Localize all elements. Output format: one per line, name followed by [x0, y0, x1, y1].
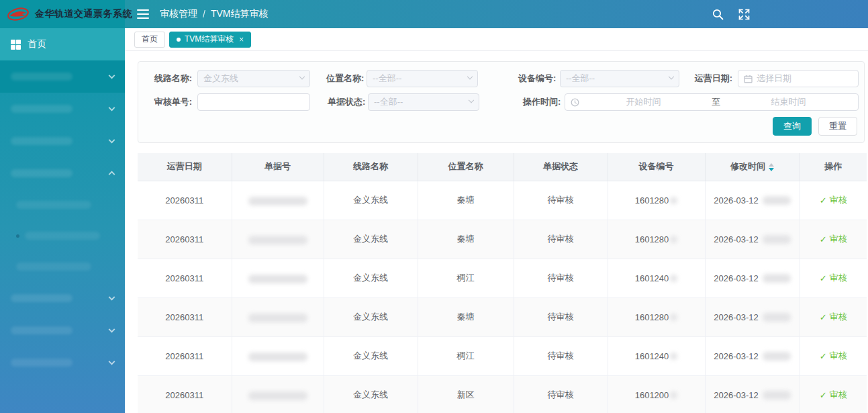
cell-modified-time: 2026-03-12 [705, 375, 800, 413]
cell-line-name: 金义东线 [324, 375, 418, 413]
cell-location-name: 秦塘 [418, 297, 514, 336]
chevron-up-icon [109, 171, 115, 177]
device-no-select[interactable]: --全部-- [560, 70, 679, 87]
operate-date-placeholder: 选择日期 [757, 73, 791, 85]
filter-operate-date: 运营日期: 选择日期 [694, 70, 859, 87]
modified-time-redacted [763, 352, 791, 361]
sidebar-group-1-redacted[interactable] [0, 60, 125, 93]
sort-asc-icon[interactable] [769, 163, 774, 167]
breadcrumb-item[interactable]: 审核管理 [160, 8, 197, 20]
filter-operate-time: 操作时间: 开始时间 至 结束时间 [523, 93, 859, 111]
line-name-select[interactable]: 金义东线 [197, 70, 310, 87]
tab-tvm-settlement-audit[interactable]: TVM结算审核 × [169, 32, 251, 48]
doc-no-redacted [248, 314, 307, 322]
table-row: 20260311 金义东线 秦塘 待审核 1601280 2026-03-12 … [138, 181, 867, 220]
operate-time-range-picker[interactable]: 开始时间 至 结束时间 [565, 93, 859, 111]
doc-no-redacted [248, 353, 307, 361]
check-icon: ✓ [820, 273, 827, 283]
device-no-redacted-suffix [670, 392, 677, 399]
redacted-label [11, 359, 73, 367]
line-name-value: 金义东线 [203, 73, 238, 85]
doc-no-redacted [248, 275, 307, 283]
collapse-menu-icon[interactable] [137, 9, 149, 19]
audit-action-link[interactable]: ✓审核 [820, 272, 847, 284]
filter-row-2: 审核单号: 单据状态: --全部-- [149, 93, 859, 111]
audit-action-link[interactable]: ✓审核 [820, 194, 847, 206]
modified-time-redacted [763, 274, 791, 283]
location-name-select[interactable]: --全部-- [367, 70, 478, 87]
audit-action-link[interactable]: ✓审核 [820, 311, 847, 323]
sidebar-group-6-redacted[interactable] [0, 314, 125, 347]
sidebar-subitem-2-redacted-active[interactable] [0, 220, 125, 251]
redacted-label [11, 137, 73, 145]
audit-table: 运营日期 单据号 线路名称 位置名称 单据状态 设备编号 修改时间 操作 202 [138, 153, 867, 413]
redacted-label [16, 201, 91, 209]
reset-button[interactable]: 重置 [818, 117, 857, 136]
doc-status-placeholder: --全部-- [374, 96, 403, 108]
tab-label: 首页 [142, 34, 158, 45]
cell-operate-date: 20260311 [138, 181, 232, 220]
cell-operate-date: 20260311 [138, 259, 232, 297]
device-no-redacted-suffix [670, 314, 677, 321]
sidebar-group-2-redacted[interactable] [0, 93, 125, 125]
doc-status-select[interactable]: --全部-- [368, 93, 479, 111]
chevron-down-icon [299, 74, 305, 79]
col-doc-no: 单据号 [232, 153, 324, 181]
cell-location-name: 秦塘 [418, 181, 514, 220]
range-separator: 至 [708, 96, 724, 108]
device-no-placeholder: --全部-- [566, 73, 595, 85]
breadcrumb: 审核管理 / TVM结算审核 [160, 8, 268, 20]
cell-doc-status: 待审核 [514, 259, 608, 297]
redacted-label [11, 326, 73, 334]
check-icon: ✓ [820, 195, 827, 205]
tab-close-icon[interactable]: × [239, 35, 244, 44]
cell-location-name: 稠江 [418, 259, 514, 297]
cell-action: ✓审核 [800, 259, 867, 297]
tab-home[interactable]: 首页 [134, 32, 165, 48]
calendar-icon [744, 75, 753, 83]
cell-modified-time: 2026-03-12 [705, 220, 800, 259]
sort-carets [769, 163, 774, 171]
sidebar-group-4-redacted-expanded[interactable] [0, 157, 125, 189]
sidebar-subitem-1-redacted[interactable] [0, 189, 125, 220]
doc-no-redacted [248, 236, 307, 244]
filter-row-1: 线路名称: 金义东线 位置名称: --全部-- [149, 70, 859, 87]
cell-doc-status: 待审核 [514, 220, 608, 259]
sidebar-item-home[interactable]: 首页 [0, 28, 125, 60]
check-icon: ✓ [820, 312, 827, 322]
table-header: 运营日期 单据号 线路名称 位置名称 单据状态 设备编号 修改时间 操作 [138, 153, 867, 181]
sidebar: 金华轨道交通票务系统 首页 [0, 0, 125, 413]
operate-date-picker[interactable]: 选择日期 [738, 70, 859, 87]
audit-action-link[interactable]: ✓审核 [820, 233, 847, 245]
sidebar-subitem-3-redacted[interactable] [0, 251, 125, 282]
active-tab-dot-icon [177, 38, 181, 42]
search-icon[interactable] [712, 9, 724, 20]
sort-desc-icon[interactable] [769, 168, 774, 171]
cell-device-no: 1601200 [608, 375, 705, 413]
modified-time-redacted [763, 313, 791, 322]
check-icon: ✓ [820, 351, 827, 361]
cell-action: ✓审核 [800, 375, 867, 413]
location-name-label: 位置名称: [326, 73, 367, 85]
sidebar-group-3-redacted[interactable] [0, 125, 125, 157]
fullscreen-icon[interactable] [738, 9, 750, 20]
cell-operate-date: 20260311 [138, 375, 232, 413]
audit-action-link[interactable]: ✓审核 [820, 389, 847, 401]
search-button[interactable]: 查询 [773, 117, 812, 136]
operate-time-label: 操作时间: [523, 96, 565, 108]
line-name-label: 线路名称: [149, 73, 197, 85]
sidebar-item-label: 首页 [28, 38, 46, 50]
cell-line-name: 金义东线 [324, 259, 418, 297]
redacted-label [11, 169, 73, 177]
sidebar-group-5-redacted[interactable] [0, 282, 125, 314]
device-no-redacted-suffix [670, 197, 677, 204]
table-row: 20260311 金义东线 稠江 待审核 1601240 2026-03-12 … [138, 336, 867, 375]
logo-swirl-icon [7, 5, 30, 23]
filter-panel: 线路名称: 金义东线 位置名称: --全部-- [138, 61, 865, 143]
audit-no-input[interactable] [203, 94, 304, 110]
audit-no-label: 审核单号: [149, 96, 197, 108]
cell-modified-time: 2026-03-12 [705, 297, 800, 336]
sidebar-group-7-redacted[interactable] [0, 347, 125, 379]
audit-action-link[interactable]: ✓审核 [820, 350, 847, 362]
redacted-label [11, 73, 73, 81]
